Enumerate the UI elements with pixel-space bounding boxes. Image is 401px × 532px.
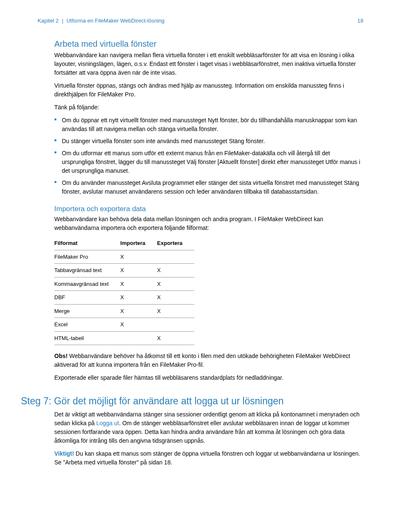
table-cell: X: [157, 277, 194, 291]
step-heading-logout: Steg 7: Gör det möjligt för användare at…: [21, 394, 363, 408]
table-row: Excel X: [54, 318, 194, 332]
obs-label: Obs!: [54, 353, 68, 359]
content-indent: Det är viktigt att webbanvändarna stänge…: [54, 410, 363, 467]
chapter-label: Kapitel 2: [38, 18, 59, 24]
table-cell: [157, 250, 194, 264]
table-header: Exportera: [157, 237, 194, 250]
table-cell: X: [120, 250, 157, 264]
table-cell: HTML-tabell: [54, 331, 120, 345]
table-cell: Tabbavgränsad text: [54, 264, 120, 277]
table-cell: [157, 318, 194, 332]
page-content: Kapitel 2 | Utforma en FileMaker WebDire…: [0, 0, 401, 496]
table-row: Kommaavgränsad text X X: [54, 277, 194, 291]
table-cell: [120, 331, 157, 345]
paragraph: Webbanvändare kan behöva dela data mella…: [54, 215, 363, 232]
table-cell: X: [120, 264, 157, 277]
paragraph: Webbanvändare kan navigera mellan flera …: [54, 51, 363, 77]
table-cell: X: [120, 277, 157, 291]
table-cell: Kommaavgränsad text: [54, 277, 120, 291]
table-row: HTML-tabell X: [54, 331, 194, 345]
section-heading-import-export: Importera och exportera data: [54, 204, 363, 214]
table-cell: X: [157, 331, 194, 345]
table-cell: X: [157, 304, 194, 318]
table-header: Filformat: [54, 237, 120, 250]
viktigt-text: Du kan skapa ett manus som stänger de öp…: [54, 450, 360, 466]
viktigt-note: Viktigt! Du kan skapa ett manus som stän…: [54, 449, 363, 467]
table-row: Merge X X: [54, 304, 194, 318]
paragraph: Virtuella fönster öppnas, stängs och änd…: [54, 81, 363, 99]
paragraph: Tänk på följande:: [54, 103, 363, 112]
table-cell: FileMaker Pro: [54, 250, 120, 264]
table-row: FileMaker Pro X: [54, 250, 194, 264]
file-format-table: Filformat Importera Exportera FileMaker …: [54, 237, 194, 345]
header-separator: |: [62, 18, 63, 24]
table-cell: DBF: [54, 291, 120, 305]
table-row: DBF X X: [54, 291, 194, 305]
page-number: 18: [358, 17, 363, 25]
viktigt-label: Viktigt!: [54, 450, 74, 457]
section-heading-virtual-windows: Arbeta med virtuella fönster: [54, 38, 363, 50]
paragraph: Det är viktigt att webbanvändarna stänge…: [54, 410, 363, 445]
header-title: Utforma en FileMaker WebDirect-lösning: [66, 18, 165, 24]
list-item: Du stänger virtuella fönster som inte an…: [54, 137, 363, 146]
table-cell: X: [157, 264, 194, 277]
obs-text: Webbanvändare behöver ha åtkomst till et…: [54, 353, 350, 368]
table-cell: X: [120, 318, 157, 332]
table-cell: X: [157, 291, 194, 305]
paragraph: Exporterade eller sparade filer hämtas t…: [54, 373, 363, 382]
list-item: Om du öppnar ett nytt virtuellt fönster …: [54, 116, 363, 134]
list-item: Om du utformar ett manus som utför ett e…: [54, 149, 363, 175]
list-item: Om du använder manussteget Avsluta progr…: [54, 179, 363, 196]
table-header-row: Filformat Importera Exportera: [54, 237, 194, 250]
logout-link-text: Logga ut: [96, 420, 119, 426]
table-cell: Merge: [54, 304, 120, 318]
bullet-list: Om du öppnar ett nytt virtuellt fönster …: [54, 116, 363, 196]
table-cell: X: [120, 304, 157, 318]
table-row: Tabbavgränsad text X X: [54, 264, 194, 277]
table-cell: X: [120, 291, 157, 305]
obs-note: Obs! Webbanvändare behöver ha åtkomst ti…: [54, 352, 363, 369]
table-header: Importera: [120, 237, 157, 250]
table-cell: Excel: [54, 318, 120, 332]
page-header: Kapitel 2 | Utforma en FileMaker WebDire…: [38, 17, 363, 25]
content-indent: Arbeta med virtuella fönster Webbanvända…: [54, 38, 363, 383]
